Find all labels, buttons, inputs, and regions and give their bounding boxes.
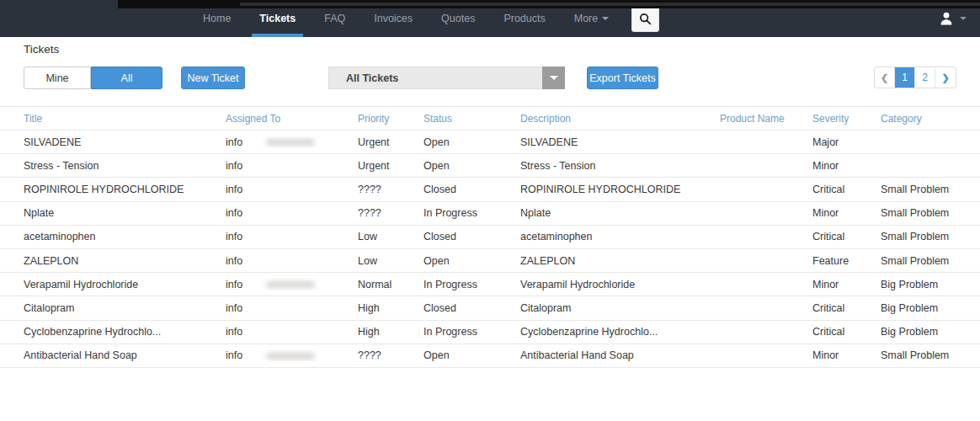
redacted-text-blur — [266, 281, 315, 288]
cell-assigned-to: info — [226, 349, 358, 361]
pagination: ❮ 1 2 ❯ — [874, 67, 956, 88]
select-caret-button[interactable] — [542, 67, 565, 89]
table-row[interactable]: acetaminophen info Low Closed acetaminop… — [0, 226, 980, 249]
table-header-row: Title Assigned To Priority Status Descri… — [0, 106, 980, 131]
table-row[interactable]: SILVADENE info Urgent Open SILVADENE Maj… — [0, 131, 980, 154]
pagination-page-1[interactable]: 1 — [895, 67, 915, 88]
cell-assigned-to: info — [226, 136, 358, 148]
caret-down-icon — [550, 76, 558, 80]
cell-assigned-to: info — [226, 255, 358, 267]
tickets-table: Title Assigned To Priority Status Descri… — [0, 106, 980, 368]
cell-title[interactable]: Antibacterial Hand Soap — [24, 349, 226, 361]
cell-title[interactable]: Stress - Tension — [24, 160, 226, 172]
search-button[interactable] — [631, 6, 659, 32]
window-top-strip-highlight — [240, 3, 980, 6]
column-header-product-name[interactable]: Product Name — [720, 113, 812, 125]
cell-description: ROPINIROLE HYDROCHLORIDE — [520, 184, 720, 195]
cell-priority: Urgent — [358, 160, 423, 172]
table-row[interactable]: Nplate info ???? In Progress Nplate Mino… — [0, 202, 980, 226]
cell-description: Stress - Tension — [520, 160, 720, 172]
cell-title[interactable]: Verapamil Hydrochloride — [24, 279, 226, 290]
table-row[interactable]: Citalopram info High Closed Citalopram C… — [0, 296, 980, 320]
cell-title[interactable]: Citalopram — [24, 302, 226, 314]
column-header-category[interactable]: Category — [881, 113, 980, 125]
pagination-prev-icon[interactable]: ❮ — [875, 67, 895, 88]
mine-button[interactable]: Mine — [24, 67, 91, 89]
column-header-priority[interactable]: Priority — [358, 113, 423, 125]
table-row[interactable]: ROPINIROLE HYDROCHLORIDE info ???? Close… — [0, 178, 980, 201]
cell-priority: ???? — [358, 349, 423, 361]
cell-status: Open — [423, 255, 520, 267]
cell-description: ZALEPLON — [520, 255, 720, 267]
table-row[interactable]: Verapamil Hydrochloride info Normal In P… — [0, 273, 980, 296]
cell-category: Big Problem — [881, 326, 980, 338]
cell-category: Small Problem — [881, 207, 980, 219]
cell-status: Closed — [423, 184, 520, 195]
cell-assigned-to: info — [226, 302, 358, 314]
cell-severity: Critical — [812, 302, 881, 314]
cell-priority: Urgent — [358, 136, 423, 148]
page-title: Tickets — [24, 43, 59, 56]
cell-priority: Low — [358, 255, 423, 267]
cell-assigned-to: info — [226, 231, 358, 242]
cell-status: Closed — [423, 231, 520, 242]
cell-title[interactable]: ZALEPLON — [24, 255, 226, 267]
cell-category: Small Problem — [881, 255, 980, 267]
cell-severity: Feature — [812, 255, 881, 267]
cell-description: Citalopram — [520, 302, 720, 314]
cell-priority: Normal — [358, 279, 423, 290]
cell-severity: Critical — [812, 184, 881, 195]
cell-title[interactable]: Nplate — [24, 207, 226, 219]
cell-severity: Minor — [812, 349, 881, 361]
cell-category: Small Problem — [881, 184, 980, 195]
cell-status: Open — [423, 136, 520, 148]
cell-category: Small Problem — [881, 231, 980, 242]
pagination-page-2[interactable]: 2 — [915, 67, 935, 88]
search-icon — [639, 13, 652, 25]
new-ticket-button[interactable]: New Ticket — [181, 67, 245, 89]
export-tickets-button[interactable]: Export Tickets — [587, 67, 658, 89]
ticket-filter-select[interactable]: All Tickets — [328, 67, 565, 89]
caret-down-icon — [960, 17, 967, 20]
table-row[interactable]: ZALEPLON info Low Open ZALEPLON Feature … — [0, 249, 980, 273]
cell-assigned-to: info — [226, 279, 358, 290]
cell-category: Big Problem — [881, 279, 980, 290]
cell-status: In Progress — [423, 207, 520, 219]
cell-severity: Minor — [812, 160, 881, 172]
cell-title[interactable]: ROPINIROLE HYDROCHLORIDE — [24, 184, 226, 195]
cell-priority: ???? — [358, 207, 423, 219]
cell-title[interactable]: SILVADENE — [24, 136, 226, 148]
column-header-severity[interactable]: Severity — [812, 113, 881, 125]
pagination-next-icon[interactable]: ❯ — [935, 67, 956, 88]
cell-severity: Minor — [812, 207, 881, 219]
cell-priority: High — [358, 326, 423, 338]
mine-all-toggle: Mine All — [24, 67, 162, 89]
table-row[interactable]: Antibacterial Hand Soap info ???? Open A… — [0, 344, 980, 368]
column-header-title[interactable]: Title — [24, 113, 226, 125]
cell-title[interactable]: acetaminophen — [24, 231, 226, 242]
column-header-assigned-to[interactable]: Assigned To — [226, 113, 358, 125]
cell-category: Big Problem — [881, 302, 980, 314]
cell-title[interactable]: Cyclobenzaprine Hydrochlo... — [24, 326, 226, 338]
table-row[interactable]: Stress - Tension info Urgent Open Stress… — [0, 154, 980, 178]
cell-assigned-to: info — [226, 326, 358, 338]
all-button[interactable]: All — [91, 67, 162, 89]
toolbar: Mine All New Ticket All Tickets Export T… — [0, 67, 980, 89]
column-header-description[interactable]: Description — [520, 113, 720, 125]
cell-status: In Progress — [423, 326, 520, 338]
cell-description: SILVADENE — [520, 136, 720, 148]
cell-description: Cyclobenzaprine Hydrochlo... — [520, 326, 720, 338]
cell-severity: Critical — [812, 326, 881, 338]
column-header-status[interactable]: Status — [423, 113, 520, 125]
redacted-text-blur — [266, 353, 315, 360]
cell-status: Open — [423, 160, 520, 172]
cell-priority: High — [358, 302, 423, 314]
caret-down-icon — [602, 17, 609, 20]
ticket-filter-value: All Tickets — [329, 72, 543, 84]
window-top-strip — [118, 0, 980, 8]
cell-description: Verapamil Hydrochloride — [520, 279, 720, 290]
table-row[interactable]: Cyclobenzaprine Hydrochlo... info High I… — [0, 321, 980, 344]
redacted-text-blur — [266, 139, 315, 146]
cell-assigned-to: info — [226, 160, 358, 172]
cell-status: Closed — [423, 302, 520, 314]
